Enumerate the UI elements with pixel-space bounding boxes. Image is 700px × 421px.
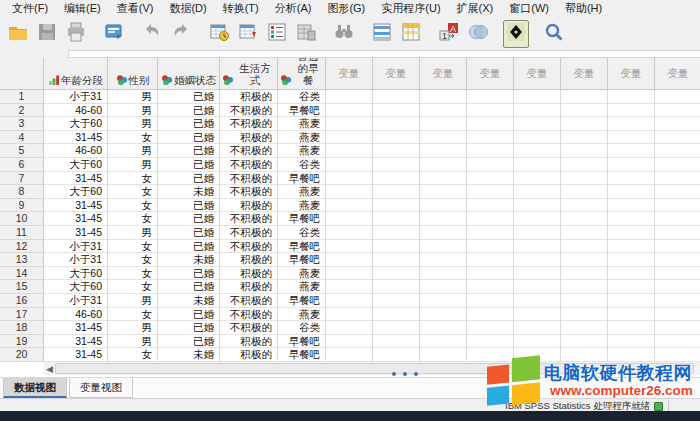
data-cell[interactable]: 已婚 bbox=[158, 267, 220, 281]
data-cell[interactable]: 女 bbox=[108, 185, 158, 199]
data-cell[interactable] bbox=[655, 280, 700, 294]
row-header-5[interactable]: 5 bbox=[0, 144, 44, 158]
row-header-2[interactable]: 2 bbox=[0, 104, 44, 118]
data-cell[interactable] bbox=[608, 117, 655, 131]
data-cell[interactable]: 不积极的 bbox=[220, 212, 278, 226]
data-cell[interactable]: 大于60 bbox=[44, 280, 108, 294]
column-header-variable-placeholder[interactable]: 变量 bbox=[420, 58, 467, 90]
data-cell[interactable]: 不积极的 bbox=[220, 117, 278, 131]
data-cell[interactable] bbox=[420, 117, 467, 131]
menu-item-edit[interactable]: 编辑(E) bbox=[56, 0, 109, 17]
data-cell[interactable] bbox=[467, 335, 514, 349]
data-cell[interactable]: 已婚 bbox=[158, 158, 220, 172]
data-cell[interactable] bbox=[326, 321, 373, 335]
data-cell[interactable] bbox=[655, 253, 700, 267]
data-cell[interactable] bbox=[467, 185, 514, 199]
data-cell[interactable]: 不积极的 bbox=[220, 240, 278, 254]
data-cell[interactable]: 31-45 bbox=[44, 335, 108, 349]
data-cell[interactable] bbox=[655, 240, 700, 254]
data-cell[interactable] bbox=[467, 144, 514, 158]
data-cell[interactable] bbox=[561, 185, 608, 199]
row-header-6[interactable]: 6 bbox=[0, 158, 44, 172]
data-cell[interactable] bbox=[655, 348, 700, 362]
data-cell[interactable] bbox=[420, 131, 467, 145]
data-cell[interactable]: 男 bbox=[108, 90, 158, 104]
data-cell[interactable] bbox=[608, 321, 655, 335]
row-header-16[interactable]: 16 bbox=[0, 294, 44, 308]
menu-item-data[interactable]: 数据(D) bbox=[161, 0, 214, 17]
open-data-button[interactable] bbox=[5, 20, 31, 48]
data-cell[interactable] bbox=[467, 240, 514, 254]
data-cell[interactable] bbox=[561, 294, 608, 308]
data-cell[interactable]: 未婚 bbox=[158, 348, 220, 362]
data-cell[interactable]: 已婚 bbox=[158, 308, 220, 322]
data-cell[interactable] bbox=[326, 280, 373, 294]
data-cell[interactable]: 不积极的 bbox=[220, 294, 278, 308]
data-cell[interactable] bbox=[467, 280, 514, 294]
menu-item-analyze[interactable]: 分析(A) bbox=[267, 0, 320, 17]
data-cell[interactable]: 女 bbox=[108, 267, 158, 281]
data-cell[interactable] bbox=[373, 199, 420, 213]
data-cell[interactable]: 大于60 bbox=[44, 158, 108, 172]
menu-item-view[interactable]: 查看(V) bbox=[109, 0, 162, 17]
data-cell[interactable] bbox=[326, 158, 373, 172]
data-cell[interactable] bbox=[655, 172, 700, 186]
row-header-12[interactable]: 12 bbox=[0, 240, 44, 254]
data-cell[interactable]: 燕麦 bbox=[278, 117, 326, 131]
data-cell[interactable] bbox=[655, 90, 700, 104]
data-cell[interactable] bbox=[561, 90, 608, 104]
data-cell[interactable] bbox=[373, 131, 420, 145]
data-cell[interactable]: 小于31 bbox=[44, 253, 108, 267]
column-header-variable-placeholder[interactable]: 变量 bbox=[467, 58, 514, 90]
data-cell[interactable] bbox=[420, 267, 467, 281]
data-cell[interactable]: 男 bbox=[108, 117, 158, 131]
data-cell[interactable] bbox=[655, 267, 700, 281]
column-header-1[interactable]: 年龄分段 bbox=[44, 58, 108, 90]
data-cell[interactable] bbox=[655, 104, 700, 118]
data-cell[interactable] bbox=[326, 172, 373, 186]
data-cell[interactable] bbox=[373, 212, 420, 226]
data-cell[interactable] bbox=[608, 199, 655, 213]
row-header-11[interactable]: 11 bbox=[0, 226, 44, 240]
row-header-8[interactable]: 8 bbox=[0, 185, 44, 199]
redo-button[interactable] bbox=[168, 20, 194, 48]
data-cell[interactable] bbox=[561, 308, 608, 322]
data-cell[interactable] bbox=[514, 172, 561, 186]
row-header-17[interactable]: 17 bbox=[0, 308, 44, 322]
menu-item-file[interactable]: 文件(F) bbox=[4, 0, 56, 17]
data-cell[interactable] bbox=[326, 253, 373, 267]
data-cell[interactable]: 燕麦 bbox=[278, 131, 326, 145]
data-cell[interactable] bbox=[561, 267, 608, 281]
data-cell[interactable]: 谷类 bbox=[278, 321, 326, 335]
column-header-3[interactable]: 婚姻状态 bbox=[158, 58, 220, 90]
menu-item-transform[interactable]: 转换(T) bbox=[215, 0, 267, 17]
data-cell[interactable] bbox=[467, 253, 514, 267]
row-header-3[interactable]: 3 bbox=[0, 117, 44, 131]
data-cell[interactable]: 谷类 bbox=[278, 158, 326, 172]
data-cell[interactable] bbox=[373, 308, 420, 322]
data-cell[interactable]: 早餐吧 bbox=[278, 294, 326, 308]
data-cell[interactable]: 大于60 bbox=[44, 267, 108, 281]
data-cell[interactable] bbox=[561, 199, 608, 213]
data-cell[interactable] bbox=[326, 185, 373, 199]
data-cell[interactable]: 不积极的 bbox=[220, 144, 278, 158]
data-cell[interactable] bbox=[514, 104, 561, 118]
show-all-variables-button[interactable] bbox=[503, 20, 529, 48]
data-cell[interactable] bbox=[326, 267, 373, 281]
data-cell[interactable] bbox=[373, 226, 420, 240]
data-cell[interactable] bbox=[420, 226, 467, 240]
data-cell[interactable] bbox=[467, 90, 514, 104]
data-cell[interactable]: 早餐吧 bbox=[278, 348, 326, 362]
data-cell[interactable] bbox=[561, 117, 608, 131]
data-cell[interactable] bbox=[420, 172, 467, 186]
data-cell[interactable] bbox=[467, 199, 514, 213]
data-cell[interactable]: 已婚 bbox=[158, 335, 220, 349]
data-cell[interactable] bbox=[608, 144, 655, 158]
data-cell[interactable] bbox=[608, 212, 655, 226]
data-cell[interactable] bbox=[514, 321, 561, 335]
column-header-2[interactable]: 性别 bbox=[108, 58, 158, 90]
data-cell[interactable] bbox=[326, 117, 373, 131]
data-cell[interactable] bbox=[561, 280, 608, 294]
data-cell[interactable]: 小于31 bbox=[44, 240, 108, 254]
data-cell[interactable] bbox=[514, 308, 561, 322]
